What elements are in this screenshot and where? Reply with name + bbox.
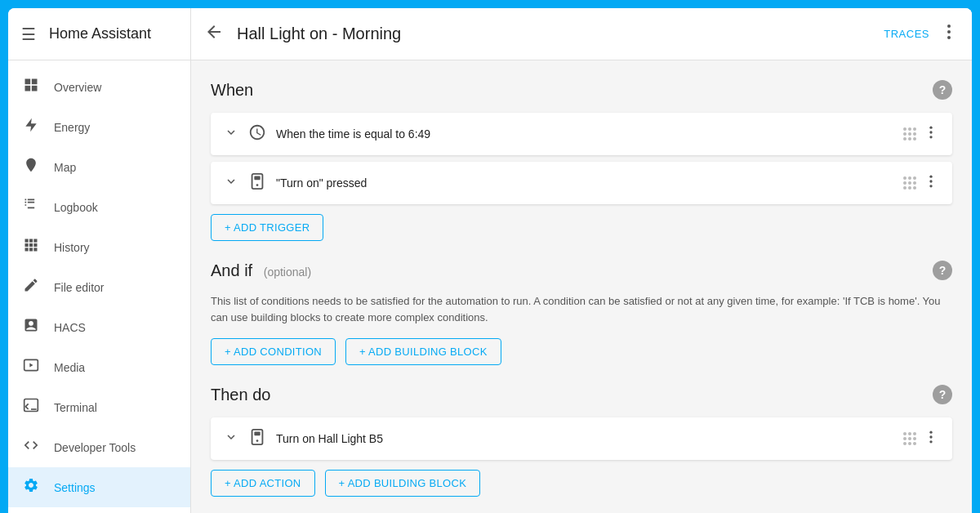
file-editor-icon [21,277,41,297]
svg-rect-2 [25,86,31,91]
svg-rect-14 [33,248,37,251]
media-icon [21,357,41,377]
add-building-block-condition-button[interactable]: + ADD BUILDING BLOCK [345,338,501,365]
svg-point-32 [256,439,259,442]
main-area: Hall Light on - Morning TRACES When ? [191,8,972,513]
and-if-title: And if (optional) [211,261,933,280]
and-if-help-icon[interactable]: ? [933,261,952,280]
trigger-2-chevron[interactable] [224,174,238,192]
svg-rect-31 [254,431,260,435]
map-icon [21,157,41,177]
sidebar-item-logbook[interactable]: Logbook [8,187,190,227]
action-1-drag-handle[interactable] [903,432,916,445]
action-card-1: Turn on Hall Light B5 [211,417,952,460]
svg-rect-1 [32,79,38,85]
svg-marker-4 [25,118,36,132]
sidebar-item-developer-tools[interactable]: Developer Tools [8,427,190,467]
svg-rect-6 [25,239,29,243]
svg-rect-12 [25,248,29,251]
svg-rect-13 [29,248,33,251]
svg-rect-25 [254,176,260,180]
add-trigger-button[interactable]: + ADD TRIGGER [211,214,323,241]
main-content: When ? When the time is equal to 6:49 [191,60,972,513]
svg-rect-9 [25,243,29,247]
svg-point-19 [947,30,951,33]
svg-point-27 [929,175,932,177]
sidebar-label-logbook: Logbook [54,201,98,214]
when-help-icon[interactable]: ? [933,80,952,100]
then-do-help-icon[interactable]: ? [933,385,952,404]
add-building-block-action-button[interactable]: + ADD BUILDING BLOCK [325,470,481,497]
sidebar: ☰ Home Assistant Overview Energy [8,8,191,513]
energy-icon [21,117,41,137]
header-more-button[interactable] [939,22,959,46]
sidebar-item-settings[interactable]: Settings [8,467,190,507]
action-1-more-button[interactable] [923,429,939,449]
svg-rect-7 [29,239,33,243]
svg-point-23 [929,136,932,138]
traces-button[interactable]: TRACES [884,28,929,40]
sidebar-label-history: History [54,241,90,254]
svg-point-34 [929,435,932,438]
and-if-section-header: And if (optional) ? [211,261,952,280]
trigger-2-drag-handle[interactable] [903,176,916,190]
sidebar-header: ☰ Home Assistant [8,8,190,60]
when-section: When ? When the time is equal to 6:49 [211,80,952,241]
svg-point-35 [929,440,932,443]
sidebar-label-settings: Settings [54,481,96,494]
sidebar-label-map: Map [54,161,76,174]
sidebar-label-overview: Overview [54,81,101,94]
then-do-section: Then do ? Turn on Hall Light B5 [211,385,952,497]
svg-point-20 [947,36,951,39]
svg-rect-24 [252,173,263,188]
sidebar-nav: Overview Energy Map [8,60,190,513]
back-button[interactable] [204,22,224,46]
svg-rect-30 [252,429,263,444]
trigger-1-chevron[interactable] [224,125,238,143]
svg-point-26 [256,184,259,186]
menu-icon[interactable]: ☰ [21,25,36,44]
svg-point-29 [929,185,932,187]
svg-rect-11 [33,243,37,247]
overview-icon [21,77,41,97]
svg-point-22 [929,131,932,133]
trigger-2-more-button[interactable] [923,173,939,194]
sidebar-label-energy: Energy [54,121,90,134]
sidebar-label-terminal: Terminal [54,401,97,414]
add-condition-button[interactable]: + ADD CONDITION [211,338,336,365]
sidebar-item-energy[interactable]: Energy [8,107,190,147]
and-if-buttons: + ADD CONDITION + ADD BUILDING BLOCK [211,338,952,365]
when-title: When [211,81,933,100]
trigger-card-2: "Turn on" pressed [211,162,952,204]
sidebar-item-hacs[interactable]: HACS [8,307,190,347]
sidebar-item-media[interactable]: Media [8,347,190,387]
main-header: Hall Light on - Morning TRACES [191,8,972,60]
sidebar-item-history[interactable]: History [8,227,190,267]
trigger-1-drag-handle[interactable] [903,127,916,141]
sidebar-label-file-editor: File editor [54,281,104,294]
trigger-1-more-button[interactable] [923,124,939,145]
then-do-title: Then do [211,386,933,404]
sidebar-item-terminal[interactable]: Terminal [8,387,190,427]
when-section-header: When ? [211,80,952,100]
action-1-label: Turn on Hall Light B5 [276,432,903,445]
trigger-2-device-icon [248,172,266,194]
action-1-chevron[interactable] [224,430,238,448]
add-action-button[interactable]: + ADD ACTION [211,470,315,497]
trigger-2-label: "Turn on" pressed [276,176,903,190]
svg-rect-8 [33,239,37,243]
history-icon [21,237,41,257]
sidebar-item-file-editor[interactable]: File editor [8,267,190,307]
sidebar-label-developer-tools: Developer Tools [54,441,136,454]
and-if-description: This list of conditions needs to be sati… [211,293,952,325]
terminal-icon [21,397,41,417]
sidebar-item-overview[interactable]: Overview [8,67,190,107]
and-if-section: And if (optional) ? This list of conditi… [211,261,952,365]
svg-rect-10 [29,243,33,247]
sidebar-label-hacs: HACS [54,321,86,334]
trigger-1-label: When the time is equal to 6:49 [276,127,903,141]
sidebar-item-map[interactable]: Map [8,147,190,187]
then-do-buttons: + ADD ACTION + ADD BUILDING BLOCK [211,470,952,497]
svg-point-28 [929,180,932,182]
svg-rect-0 [25,79,31,85]
